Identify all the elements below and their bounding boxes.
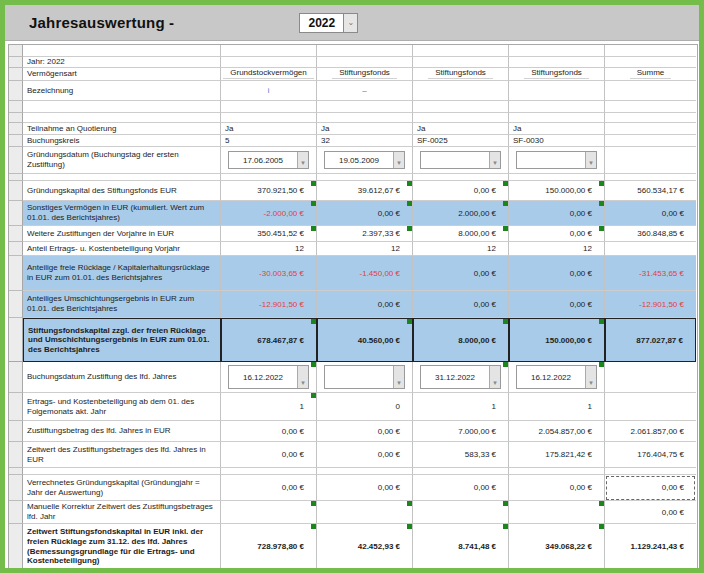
date-select[interactable]: 19.05.2009▾ <box>324 151 405 169</box>
table-cell[interactable]: SF-0030 <box>509 135 605 147</box>
table-cell[interactable]: 0,00 € <box>509 256 605 291</box>
table-cell[interactable]: 0,00 € <box>413 291 509 318</box>
date-select[interactable]: ▾ <box>516 151 597 169</box>
table-cell[interactable]: 150.000,00 € <box>509 181 605 201</box>
table-cell[interactable]: 16.12.2022▾ <box>509 362 605 393</box>
table-cell[interactable]: 583,33 € <box>413 442 509 468</box>
table-cell[interactable]: 176.404,75 € <box>605 442 696 468</box>
table-cell[interactable]: 16.12.2022▾ <box>221 362 317 393</box>
table-cell[interactable]: -30.003,65 € <box>221 256 317 291</box>
table-cell[interactable]: 0,00 € <box>413 256 509 291</box>
table-cell[interactable]: 150.000,00 € <box>509 318 605 362</box>
table-cell[interactable]: 175.821,42 € <box>509 442 605 468</box>
table-cell[interactable]: 1 <box>413 393 509 421</box>
table-cell[interactable]: 0,00 € <box>317 475 413 501</box>
table-cell[interactable]: ▾ <box>317 362 413 393</box>
date-select[interactable]: ▾ <box>420 151 501 169</box>
table-cell[interactable]: 42.452,93 € <box>317 524 413 568</box>
selected-cell[interactable]: 0,00 € <box>605 475 696 501</box>
year-select[interactable]: 2022 ⌄ <box>299 13 358 33</box>
table-cell[interactable]: 2.397,33 € <box>317 226 413 242</box>
chevron-down-icon[interactable]: ▾ <box>297 366 308 388</box>
date-select[interactable]: 17.06.2005▾ <box>228 151 309 169</box>
table-cell[interactable]: 0,00 € <box>317 291 413 318</box>
table-cell[interactable]: -12.901,50 € <box>221 291 317 318</box>
table-cell[interactable]: 678.467,87 € <box>221 318 317 362</box>
table-cell[interactable]: 19.05.2009▾ <box>317 147 413 174</box>
table-cell[interactable]: 7.000,00 € <box>413 421 509 442</box>
table-cell[interactable]: SF-0025 <box>413 135 509 147</box>
date-select[interactable]: 16.12.2022▾ <box>516 365 597 389</box>
table-cell[interactable]: 350.451,52 € <box>221 226 317 242</box>
table-cell[interactable]: 2.061.857,00 € <box>605 421 696 442</box>
chevron-down-icon[interactable]: ▾ <box>489 152 500 168</box>
table-cell[interactable]: 17.06.2005▾ <box>221 147 317 174</box>
table-cell[interactable]: 0,00 € <box>317 201 413 226</box>
table-cell[interactable]: 8.000,00 € <box>413 226 509 242</box>
chevron-down-icon[interactable]: ▾ <box>393 366 404 388</box>
table-cell[interactable]: 8.741,48 € <box>413 524 509 568</box>
table-cell[interactable]: 0,00 € <box>605 501 696 524</box>
table-cell[interactable]: 12 <box>221 242 317 256</box>
table-cell[interactable]: 1.129.241,43 € <box>605 524 696 568</box>
table-cell[interactable]: 32 <box>317 135 413 147</box>
table-cell[interactable]: 0,00 € <box>221 442 317 468</box>
table-cell[interactable]: 0,00 € <box>317 442 413 468</box>
table-cell[interactable]: 0,00 € <box>605 201 696 226</box>
table-cell[interactable]: i <box>221 81 317 101</box>
chevron-down-icon[interactable]: ▾ <box>585 152 596 168</box>
table-row: Anteilige freie Rücklage / Kapitalerhalt… <box>9 256 697 291</box>
table-cell[interactable]: Ja <box>413 123 509 135</box>
table-cell[interactable]: ▾ <box>509 147 605 174</box>
row-gutter <box>9 174 23 181</box>
table-cell[interactable]: 8.000,00 € <box>413 318 509 362</box>
row-label <box>23 468 221 475</box>
date-select[interactable]: 16.12.2022▾ <box>228 365 309 389</box>
table-cell[interactable]: 0 <box>317 393 413 421</box>
table-cell[interactable]: 0,00 € <box>509 201 605 226</box>
table-cell[interactable]: 877.027,87 € <box>605 318 696 362</box>
table-cell[interactable]: 12 <box>509 242 605 256</box>
table-cell[interactable]: 0,00 € <box>413 475 509 501</box>
table-cell[interactable]: 5 <box>221 135 317 147</box>
table-cell[interactable]: 0,00 € <box>317 421 413 442</box>
table-cell[interactable]: Ja <box>509 123 605 135</box>
table-cell[interactable]: 0,00 € <box>509 226 605 242</box>
chevron-down-icon[interactable]: ▾ <box>297 152 308 168</box>
table-cell[interactable]: 349.068,22 € <box>509 524 605 568</box>
table-cell[interactable]: 39.612,67 € <box>317 181 413 201</box>
table-cell[interactable]: – <box>317 81 413 101</box>
table-cell[interactable]: -1.450,00 € <box>317 256 413 291</box>
table-cell[interactable]: 0,00 € <box>413 181 509 201</box>
chevron-down-icon[interactable]: ⌄ <box>343 13 358 33</box>
table-cell[interactable]: Ja <box>317 123 413 135</box>
table-cell <box>221 174 317 181</box>
table-cell[interactable]: 0,00 € <box>221 475 317 501</box>
table-cell[interactable]: ▾ <box>413 147 509 174</box>
table-cell[interactable]: -2.000,00 € <box>221 201 317 226</box>
table-cell[interactable]: 12 <box>413 242 509 256</box>
table-cell[interactable]: 40.560,00 € <box>317 318 413 362</box>
table-cell[interactable]: 12 <box>317 242 413 256</box>
table-cell[interactable]: 0,00 € <box>509 291 605 318</box>
chevron-down-icon[interactable]: ▾ <box>393 152 404 168</box>
chevron-down-icon[interactable]: ▾ <box>585 366 596 388</box>
table-cell <box>509 501 605 524</box>
date-select[interactable]: ▾ <box>324 365 405 389</box>
table-cell[interactable]: -12.901,50 € <box>605 291 696 318</box>
table-cell[interactable]: 0,00 € <box>221 421 317 442</box>
table-cell[interactable]: 370.921,50 € <box>221 181 317 201</box>
table-cell[interactable]: 2.000,00 € <box>413 201 509 226</box>
chevron-down-icon[interactable]: ▾ <box>489 366 500 388</box>
table-cell[interactable]: -31.453,65 € <box>605 256 696 291</box>
date-select[interactable]: 31.12.2022▾ <box>420 365 501 389</box>
table-cell[interactable]: 360.848,85 € <box>605 226 696 242</box>
table-cell[interactable]: Ja <box>221 123 317 135</box>
table-cell[interactable]: 31.12.2022▾ <box>413 362 509 393</box>
table-cell[interactable]: 1 <box>509 393 605 421</box>
table-cell[interactable]: 2.054.857,00 € <box>509 421 605 442</box>
table-cell[interactable]: 1 <box>221 393 317 421</box>
table-cell[interactable]: 560.534,17 € <box>605 181 696 201</box>
table-cell[interactable]: 0,00 € <box>509 475 605 501</box>
table-cell[interactable]: 728.978,80 € <box>221 524 317 568</box>
